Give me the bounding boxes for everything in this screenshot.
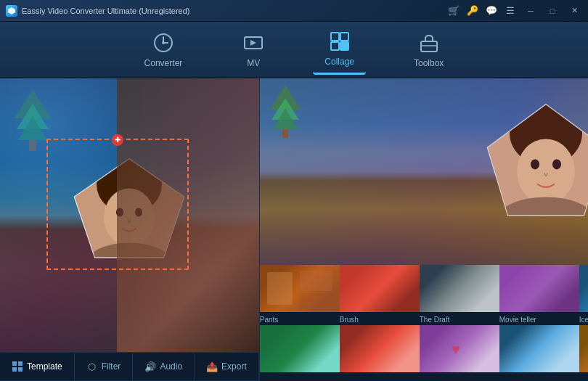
filter-pants-thumb <box>260 265 340 312</box>
bottom-toolbar: Template ⬡ Filter 🔊 Audio 📤 Export <box>0 352 259 381</box>
filter-iceblue-thumb <box>579 265 588 312</box>
selection-box[interactable]: ✚ <box>46 139 189 270</box>
filter-overlay <box>260 78 588 265</box>
svg-rect-26 <box>18 367 23 372</box>
export-tab[interactable]: 📤 Export <box>195 353 259 380</box>
menu-icon[interactable]: ☰ <box>504 4 517 17</box>
filter-tab[interactable]: ⬡ Filter <box>75 353 134 380</box>
left-preview-bg: ✚ <box>0 78 259 352</box>
svg-rect-24 <box>18 361 23 366</box>
svg-rect-23 <box>12 361 17 366</box>
nav-toolbox[interactable]: Toolbox <box>402 25 455 74</box>
filter-pants[interactable]: Pants <box>260 265 340 325</box>
title-bar: Eassiy Video Converter Ultimate (Unregis… <box>0 0 588 22</box>
filter-extra4[interactable] <box>499 325 579 372</box>
filter-gallery-container: Pants Brush The Draft Movie teller <box>260 265 588 381</box>
collage-icon <box>328 30 351 53</box>
minimize-button[interactable]: ─ <box>523 4 539 17</box>
title-bar-controls: 🛒 🔑 💬 ☰ ─ □ ✕ <box>447 4 582 17</box>
filter-extra5[interactable] <box>579 325 588 372</box>
audio-label: Audio <box>160 361 182 372</box>
right-preview-bg <box>260 78 588 265</box>
export-tab-label: Export <box>221 361 247 372</box>
svg-rect-4 <box>331 33 339 41</box>
left-video-preview[interactable]: ✚ ⊞ ☆ ✂ 🔇 ↺ − + <box>0 78 259 352</box>
filter-iceblue[interactable]: Ice Blue <box>579 265 588 325</box>
svg-rect-6 <box>331 42 339 50</box>
left-panel: ✚ ⊞ ☆ ✂ 🔇 ↺ − + <box>0 78 260 381</box>
nav-bar: Converter MV Collage <box>0 22 588 78</box>
template-tab[interactable]: Template <box>0 353 75 380</box>
filter-extra1-thumb <box>260 325 340 372</box>
filter-movieteller-thumb <box>499 265 579 312</box>
filter-brush[interactable]: Brush <box>340 265 420 325</box>
filter-row-1: Pants Brush The Draft Movie teller <box>260 265 588 325</box>
collage-label: Collage <box>324 57 354 67</box>
audio-tab[interactable]: 🔊 Audio <box>133 353 195 380</box>
right-panel: ▶ ■ 00:00:00.13/00:00:30.15 🔊 <box>260 78 588 381</box>
svg-rect-41 <box>300 271 332 291</box>
close-button[interactable]: ✕ <box>566 4 582 17</box>
app-icon <box>6 5 17 17</box>
filter-movieteller[interactable]: Movie teller <box>499 265 579 325</box>
svg-rect-25 <box>12 367 17 372</box>
svg-rect-5 <box>340 33 348 41</box>
nav-collage[interactable]: Collage <box>313 24 366 75</box>
filter-extra1[interactable] <box>260 325 340 372</box>
svg-text:♥: ♥ <box>452 341 460 357</box>
cart-icon[interactable]: 🛒 <box>447 4 460 17</box>
nav-mv[interactable]: MV <box>230 25 277 74</box>
filter-extra4-thumb <box>499 325 579 372</box>
svg-rect-7 <box>340 42 348 50</box>
converter-label: Converter <box>144 58 183 68</box>
export-tab-icon: 📤 <box>206 361 218 372</box>
app-title: Eassiy Video Converter Ultimate (Unregis… <box>22 7 190 15</box>
chat-icon[interactable]: 💬 <box>485 4 498 17</box>
filter-extra3[interactable]: ♥ <box>420 325 499 372</box>
filter-gallery: Pants Brush The Draft Movie teller <box>260 265 588 381</box>
svg-rect-40 <box>267 272 293 305</box>
filter-extra2[interactable] <box>340 325 420 372</box>
mv-icon <box>242 31 265 54</box>
toolbox-icon <box>417 31 441 54</box>
converter-icon <box>152 31 175 54</box>
filter-label: Filter <box>102 361 121 372</box>
selection-handle[interactable]: ✚ <box>112 134 123 146</box>
title-bar-left: Eassiy Video Converter Ultimate (Unregis… <box>6 5 190 17</box>
right-video-preview[interactable]: ▶ ■ 00:00:00.13/00:00:30.15 🔊 <box>260 78 588 265</box>
mv-label: MV <box>247 58 260 68</box>
filter-row-2: ♥ <box>260 325 588 372</box>
filter-draft-thumb <box>420 265 499 312</box>
filter-icon: ⬡ <box>86 361 98 372</box>
filter-extra5-thumb <box>579 325 588 372</box>
main-content: ✚ ⊞ ☆ ✂ 🔇 ↺ − + <box>0 78 588 381</box>
template-icon <box>12 361 23 372</box>
svg-marker-0 <box>8 7 15 15</box>
svg-rect-42 <box>300 295 332 310</box>
audio-icon: 🔊 <box>144 361 156 372</box>
key-icon[interactable]: 🔑 <box>466 4 479 17</box>
filter-extra2-thumb <box>340 325 420 372</box>
nav-converter[interactable]: Converter <box>133 25 195 74</box>
filter-draft[interactable]: The Draft <box>420 265 499 325</box>
filter-extra3-thumb: ♥ <box>420 325 499 372</box>
maximize-button[interactable]: □ <box>544 4 560 17</box>
svg-rect-8 <box>421 41 437 52</box>
filter-brush-thumb <box>340 265 420 312</box>
toolbox-label: Toolbox <box>414 58 444 68</box>
svg-point-2 <box>162 41 165 44</box>
template-label: Template <box>27 361 62 372</box>
